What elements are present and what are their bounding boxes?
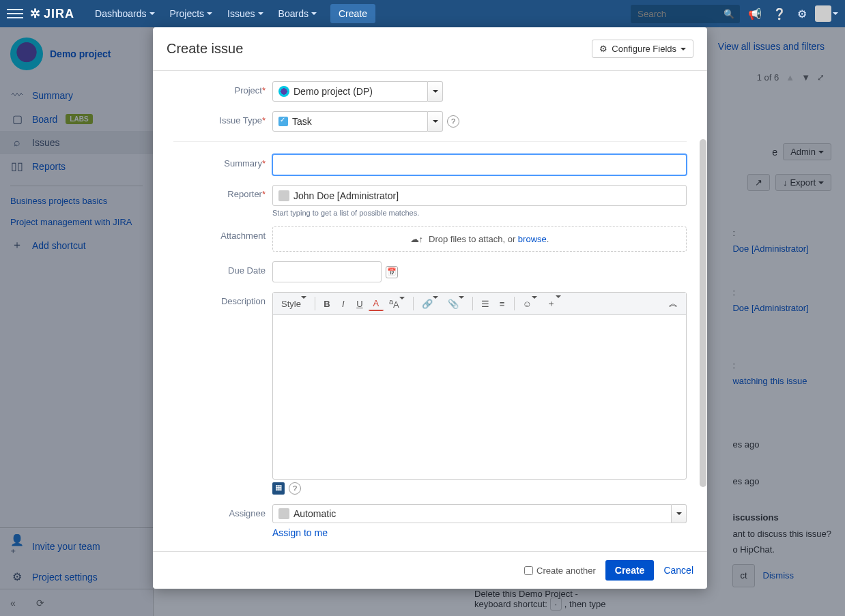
visual-tab-icon[interactable]: ▦ (272, 482, 285, 495)
create-issue-dialog: Create issue ⚙ Configure Fields Project*… (153, 27, 707, 589)
calendar-icon[interactable]: 📅 (386, 266, 398, 278)
label-summary: Summary (224, 158, 262, 168)
summary-input[interactable] (272, 154, 687, 175)
description-textarea[interactable] (273, 315, 686, 479)
create-another-input[interactable] (524, 566, 533, 575)
create-button[interactable]: Create (330, 4, 375, 23)
style-dropdown[interactable]: Style (277, 297, 311, 311)
configure-fields-button[interactable]: ⚙ Configure Fields (592, 40, 693, 58)
browse-link[interactable]: browse (518, 234, 547, 244)
text-color-button[interactable]: A (369, 297, 384, 311)
insert-button[interactable]: ＋ (543, 295, 565, 312)
chevron-down-icon[interactable] (672, 504, 687, 523)
label-assignee: Assignee (229, 508, 266, 518)
italic-button[interactable]: I (336, 297, 351, 311)
scrollbar[interactable] (700, 139, 706, 487)
dialog-footer: Create another Create Cancel (153, 551, 707, 589)
assign-to-me-link[interactable]: Assign to me (272, 527, 328, 538)
dialog-title: Create issue (167, 41, 243, 57)
chevron-down-icon[interactable] (428, 111, 443, 132)
bold-button[interactable]: B (319, 297, 334, 311)
nav-issues[interactable]: Issues (220, 4, 270, 23)
collapse-toolbar-button[interactable]: ︽ (665, 295, 682, 312)
label-reporter: Reporter (227, 189, 262, 199)
create-another-checkbox[interactable]: Create another (524, 566, 596, 576)
user-avatar-icon (278, 508, 289, 519)
cancel-link[interactable]: Cancel (663, 565, 693, 576)
chevron-down-icon[interactable] (428, 81, 443, 102)
gear-icon: ⚙ (599, 44, 607, 54)
help-icon[interactable]: ❔ (770, 5, 789, 23)
label-due-date: Due Date (228, 265, 266, 276)
issue-type-select[interactable]: Task (272, 111, 443, 132)
nav-dashboards[interactable]: Dashboards (88, 4, 162, 23)
help-icon[interactable]: ? (447, 115, 459, 128)
due-date-input[interactable] (272, 261, 382, 282)
reporter-input[interactable]: John Doe [Administrator] (272, 185, 687, 206)
chevron-down-icon (207, 12, 212, 15)
project-icon (278, 86, 289, 97)
attach-button[interactable]: 📎 (444, 297, 468, 311)
attachment-dropzone[interactable]: ☁↑ Drop files to attach, or browse. (272, 226, 687, 252)
link-button[interactable]: 🔗 (418, 297, 442, 311)
nav-items: Dashboards Projects Issues Boards Create (88, 4, 375, 23)
more-text-button[interactable]: aA (385, 295, 409, 312)
settings-icon[interactable]: ⚙ (794, 5, 810, 23)
chevron-down-icon (681, 48, 686, 50)
jira-logo[interactable]: ✲JIRA (30, 6, 74, 21)
menu-icon[interactable] (7, 5, 23, 22)
label-description: Description (221, 296, 266, 306)
project-select[interactable]: Demo project (DP) (272, 81, 443, 102)
nav-boards[interactable]: Boards (272, 4, 324, 23)
nav-projects[interactable]: Projects (163, 4, 220, 23)
chevron-down-icon (833, 12, 838, 15)
reporter-hint: Start typing to get a list of possible m… (272, 209, 687, 217)
divider (173, 141, 687, 142)
submit-create-button[interactable]: Create (605, 560, 655, 581)
rte-toolbar: Style B I U A aA 🔗 📎 ☰ ≡ (273, 293, 686, 315)
chevron-down-icon (311, 12, 317, 15)
label-project: Project (234, 85, 261, 96)
number-list-button[interactable]: ≡ (495, 297, 510, 311)
description-editor: Style B I U A aA 🔗 📎 ☰ ≡ (272, 292, 687, 480)
feedback-icon[interactable]: 📢 (745, 5, 764, 23)
label-issue-type: Issue Type (219, 115, 262, 126)
dialog-body: Project* Demo project (DP) Issue Type* T… (153, 71, 707, 551)
top-nav: ✲JIRA Dashboards Projects Issues Boards … (0, 0, 845, 27)
label-attachment: Attachment (220, 231, 266, 241)
chevron-down-icon (258, 12, 263, 15)
user-avatar[interactable] (815, 5, 831, 22)
underline-button[interactable]: U (352, 297, 367, 311)
task-icon (278, 117, 288, 126)
upload-icon: ☁↑ (410, 234, 424, 244)
user-avatar-icon (278, 190, 289, 201)
emoji-button[interactable]: ☺ (519, 297, 541, 311)
help-icon[interactable]: ? (289, 482, 301, 495)
search-icon[interactable]: 🔍 (724, 9, 734, 19)
chevron-down-icon (149, 12, 155, 15)
assignee-select[interactable]: Automatic (272, 504, 687, 523)
bullet-list-button[interactable]: ☰ (477, 297, 493, 311)
